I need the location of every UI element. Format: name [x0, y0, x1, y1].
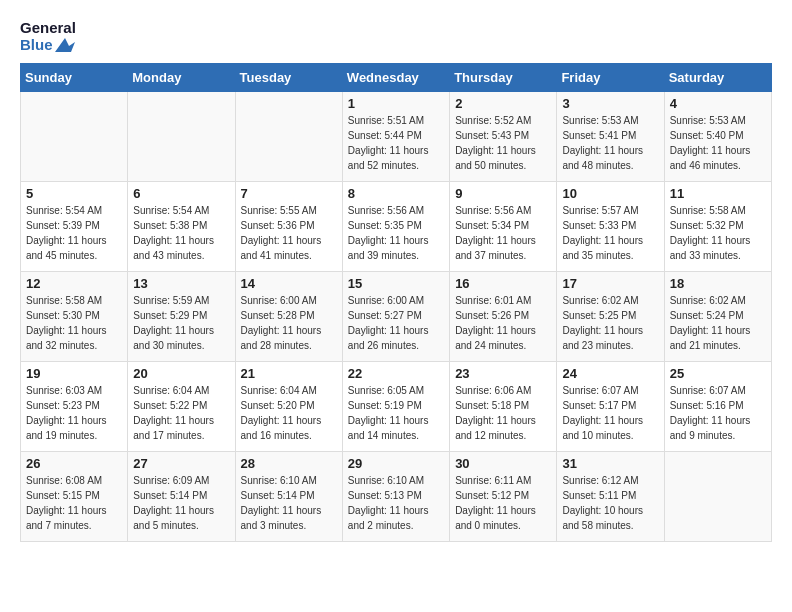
calendar-cell: 17Sunrise: 6:02 AMSunset: 5:25 PMDayligh…: [557, 272, 664, 362]
day-info: Sunrise: 6:07 AMSunset: 5:17 PMDaylight:…: [562, 383, 658, 443]
day-info: Sunrise: 6:00 AMSunset: 5:28 PMDaylight:…: [241, 293, 337, 353]
calendar-cell: [128, 92, 235, 182]
weekday-header: Monday: [128, 64, 235, 92]
calendar-cell: [21, 92, 128, 182]
day-number: 22: [348, 366, 444, 381]
day-number: 12: [26, 276, 122, 291]
logo-text: General Blue: [20, 20, 76, 53]
logo: General Blue: [20, 20, 76, 53]
day-number: 16: [455, 276, 551, 291]
day-info: Sunrise: 5:56 AMSunset: 5:34 PMDaylight:…: [455, 203, 551, 263]
day-number: 18: [670, 276, 766, 291]
calendar-cell: 12Sunrise: 5:58 AMSunset: 5:30 PMDayligh…: [21, 272, 128, 362]
calendar-cell: 20Sunrise: 6:04 AMSunset: 5:22 PMDayligh…: [128, 362, 235, 452]
day-number: 7: [241, 186, 337, 201]
calendar-cell: 3Sunrise: 5:53 AMSunset: 5:41 PMDaylight…: [557, 92, 664, 182]
day-info: Sunrise: 6:02 AMSunset: 5:24 PMDaylight:…: [670, 293, 766, 353]
day-number: 23: [455, 366, 551, 381]
day-number: 19: [26, 366, 122, 381]
day-info: Sunrise: 6:04 AMSunset: 5:20 PMDaylight:…: [241, 383, 337, 443]
calendar-cell: 4Sunrise: 5:53 AMSunset: 5:40 PMDaylight…: [664, 92, 771, 182]
day-info: Sunrise: 5:57 AMSunset: 5:33 PMDaylight:…: [562, 203, 658, 263]
day-number: 14: [241, 276, 337, 291]
day-number: 21: [241, 366, 337, 381]
calendar-cell: [664, 452, 771, 542]
day-number: 15: [348, 276, 444, 291]
day-number: 25: [670, 366, 766, 381]
day-number: 10: [562, 186, 658, 201]
day-info: Sunrise: 5:55 AMSunset: 5:36 PMDaylight:…: [241, 203, 337, 263]
day-number: 17: [562, 276, 658, 291]
calendar-cell: 30Sunrise: 6:11 AMSunset: 5:12 PMDayligh…: [450, 452, 557, 542]
day-info: Sunrise: 6:11 AMSunset: 5:12 PMDaylight:…: [455, 473, 551, 533]
day-number: 6: [133, 186, 229, 201]
calendar-cell: 22Sunrise: 6:05 AMSunset: 5:19 PMDayligh…: [342, 362, 449, 452]
calendar-cell: 9Sunrise: 5:56 AMSunset: 5:34 PMDaylight…: [450, 182, 557, 272]
day-info: Sunrise: 6:06 AMSunset: 5:18 PMDaylight:…: [455, 383, 551, 443]
calendar-cell: 31Sunrise: 6:12 AMSunset: 5:11 PMDayligh…: [557, 452, 664, 542]
day-number: 8: [348, 186, 444, 201]
calendar-cell: 21Sunrise: 6:04 AMSunset: 5:20 PMDayligh…: [235, 362, 342, 452]
day-info: Sunrise: 6:07 AMSunset: 5:16 PMDaylight:…: [670, 383, 766, 443]
calendar-cell: 18Sunrise: 6:02 AMSunset: 5:24 PMDayligh…: [664, 272, 771, 362]
day-number: 29: [348, 456, 444, 471]
calendar-cell: 25Sunrise: 6:07 AMSunset: 5:16 PMDayligh…: [664, 362, 771, 452]
day-info: Sunrise: 6:10 AMSunset: 5:14 PMDaylight:…: [241, 473, 337, 533]
day-info: Sunrise: 5:53 AMSunset: 5:40 PMDaylight:…: [670, 113, 766, 173]
day-number: 31: [562, 456, 658, 471]
day-number: 5: [26, 186, 122, 201]
day-info: Sunrise: 6:08 AMSunset: 5:15 PMDaylight:…: [26, 473, 122, 533]
day-number: 1: [348, 96, 444, 111]
day-info: Sunrise: 5:51 AMSunset: 5:44 PMDaylight:…: [348, 113, 444, 173]
day-number: 26: [26, 456, 122, 471]
calendar-cell: 28Sunrise: 6:10 AMSunset: 5:14 PMDayligh…: [235, 452, 342, 542]
calendar-cell: 19Sunrise: 6:03 AMSunset: 5:23 PMDayligh…: [21, 362, 128, 452]
weekday-header: Wednesday: [342, 64, 449, 92]
day-info: Sunrise: 6:10 AMSunset: 5:13 PMDaylight:…: [348, 473, 444, 533]
day-info: Sunrise: 5:58 AMSunset: 5:30 PMDaylight:…: [26, 293, 122, 353]
calendar-cell: 14Sunrise: 6:00 AMSunset: 5:28 PMDayligh…: [235, 272, 342, 362]
calendar-cell: 13Sunrise: 5:59 AMSunset: 5:29 PMDayligh…: [128, 272, 235, 362]
day-info: Sunrise: 6:04 AMSunset: 5:22 PMDaylight:…: [133, 383, 229, 443]
day-info: Sunrise: 6:03 AMSunset: 5:23 PMDaylight:…: [26, 383, 122, 443]
day-info: Sunrise: 5:56 AMSunset: 5:35 PMDaylight:…: [348, 203, 444, 263]
calendar-cell: 6Sunrise: 5:54 AMSunset: 5:38 PMDaylight…: [128, 182, 235, 272]
day-number: 20: [133, 366, 229, 381]
calendar-cell: 7Sunrise: 5:55 AMSunset: 5:36 PMDaylight…: [235, 182, 342, 272]
day-number: 30: [455, 456, 551, 471]
calendar-week-row: 12Sunrise: 5:58 AMSunset: 5:30 PMDayligh…: [21, 272, 772, 362]
calendar-cell: 15Sunrise: 6:00 AMSunset: 5:27 PMDayligh…: [342, 272, 449, 362]
weekday-header-row: SundayMondayTuesdayWednesdayThursdayFrid…: [21, 64, 772, 92]
logo-bird-icon: [55, 38, 75, 52]
svg-marker-0: [55, 38, 75, 52]
day-number: 11: [670, 186, 766, 201]
calendar-cell: 2Sunrise: 5:52 AMSunset: 5:43 PMDaylight…: [450, 92, 557, 182]
day-number: 3: [562, 96, 658, 111]
day-info: Sunrise: 6:00 AMSunset: 5:27 PMDaylight:…: [348, 293, 444, 353]
day-number: 13: [133, 276, 229, 291]
calendar-week-row: 19Sunrise: 6:03 AMSunset: 5:23 PMDayligh…: [21, 362, 772, 452]
day-info: Sunrise: 6:12 AMSunset: 5:11 PMDaylight:…: [562, 473, 658, 533]
calendar-cell: [235, 92, 342, 182]
day-info: Sunrise: 5:54 AMSunset: 5:38 PMDaylight:…: [133, 203, 229, 263]
day-number: 4: [670, 96, 766, 111]
calendar-table: SundayMondayTuesdayWednesdayThursdayFrid…: [20, 63, 772, 542]
calendar-cell: 27Sunrise: 6:09 AMSunset: 5:14 PMDayligh…: [128, 452, 235, 542]
calendar-cell: 29Sunrise: 6:10 AMSunset: 5:13 PMDayligh…: [342, 452, 449, 542]
calendar-cell: 1Sunrise: 5:51 AMSunset: 5:44 PMDaylight…: [342, 92, 449, 182]
calendar-week-row: 26Sunrise: 6:08 AMSunset: 5:15 PMDayligh…: [21, 452, 772, 542]
weekday-header: Saturday: [664, 64, 771, 92]
calendar-cell: 26Sunrise: 6:08 AMSunset: 5:15 PMDayligh…: [21, 452, 128, 542]
page-header: General Blue: [20, 20, 772, 53]
day-number: 28: [241, 456, 337, 471]
day-info: Sunrise: 6:02 AMSunset: 5:25 PMDaylight:…: [562, 293, 658, 353]
calendar-cell: 23Sunrise: 6:06 AMSunset: 5:18 PMDayligh…: [450, 362, 557, 452]
day-info: Sunrise: 6:09 AMSunset: 5:14 PMDaylight:…: [133, 473, 229, 533]
weekday-header: Friday: [557, 64, 664, 92]
calendar-cell: 5Sunrise: 5:54 AMSunset: 5:39 PMDaylight…: [21, 182, 128, 272]
day-number: 9: [455, 186, 551, 201]
calendar-week-row: 5Sunrise: 5:54 AMSunset: 5:39 PMDaylight…: [21, 182, 772, 272]
calendar-cell: 16Sunrise: 6:01 AMSunset: 5:26 PMDayligh…: [450, 272, 557, 362]
day-info: Sunrise: 5:54 AMSunset: 5:39 PMDaylight:…: [26, 203, 122, 263]
calendar-cell: 24Sunrise: 6:07 AMSunset: 5:17 PMDayligh…: [557, 362, 664, 452]
